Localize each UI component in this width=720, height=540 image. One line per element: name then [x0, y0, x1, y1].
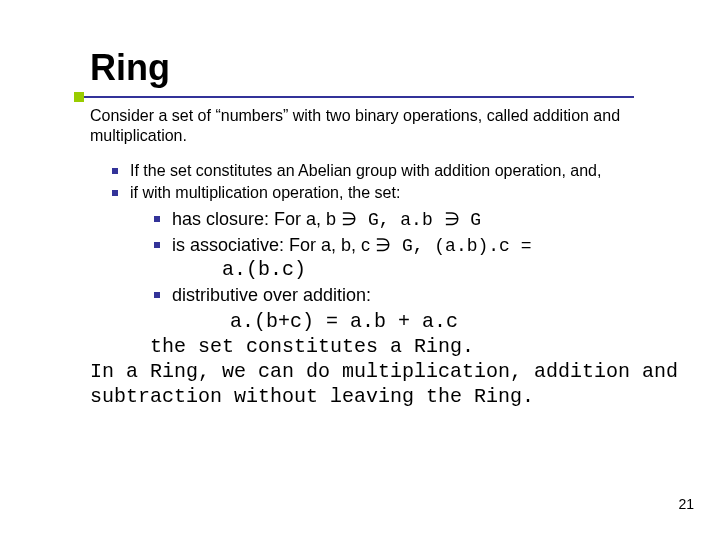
list-item-text: If the set constitutes an Abelian group …	[130, 162, 601, 179]
element-of-icon: ∈	[375, 234, 391, 257]
intro-paragraph: Consider a set of “numbers” with two bin…	[90, 106, 690, 147]
conclusion-block: In a Ring, we can do multiplication, add…	[90, 359, 690, 409]
element-of-icon: ∈	[444, 208, 460, 231]
conclusion-text: In a Ring, we can do multiplication, add…	[90, 360, 678, 408]
assoc-text-mid: G, (a.b).c =	[402, 236, 532, 256]
closure-text-pre: has closure: For a, b	[172, 209, 336, 229]
body-content: Consider a set of “numbers” with two bin…	[90, 106, 690, 409]
inner-list: has closure: For a, b ∈ G, a.b ∈ G is as…	[154, 208, 690, 307]
equation-line: a.(b+c) = a.b + a.c	[230, 309, 690, 334]
list-item: If the set constitutes an Abelian group …	[112, 161, 690, 181]
equation-block: a.(b+c) = a.b + a.c the set constitutes …	[150, 309, 690, 359]
accent-square-icon	[74, 92, 84, 102]
assoc-continuation: a.(b.c)	[222, 258, 690, 282]
page-number: 21	[678, 496, 694, 512]
page-title: Ring	[90, 50, 690, 86]
list-item-text: if with multiplication operation, the se…	[130, 184, 400, 201]
list-item: is associative: For a, b, c ∈ G, (a.b).c…	[154, 234, 690, 282]
closure-text-end: G	[470, 210, 481, 230]
distributive-label: distributive over addition:	[172, 285, 371, 305]
list-item: has closure: For a, b ∈ G, a.b ∈ G	[154, 208, 690, 232]
list-item: if with multiplication operation, the se…	[112, 183, 690, 203]
element-of-icon: ∈	[341, 208, 357, 231]
closure-text-mid: G, a.b	[368, 210, 433, 230]
slide: Ring Consider a set of “numbers” with tw…	[0, 0, 720, 540]
conclusion-line-1: the set constitutes a Ring.	[150, 334, 690, 359]
title-underline	[84, 96, 634, 98]
title-area: Ring	[80, 50, 690, 86]
list-item: distributive over addition:	[154, 284, 690, 307]
outer-list: If the set constitutes an Abelian group …	[112, 161, 690, 204]
assoc-text-pre: is associative: For a, b, c	[172, 235, 370, 255]
